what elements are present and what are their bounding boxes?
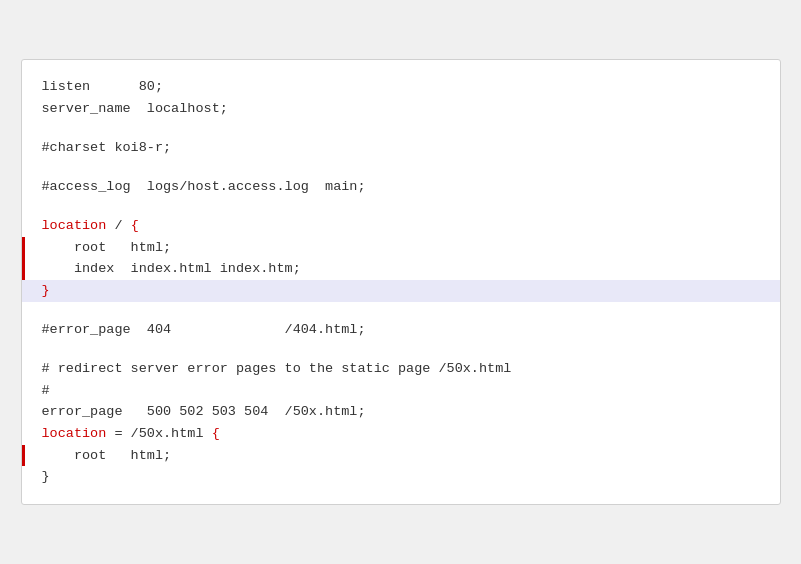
code-line: listen 80; — [22, 76, 780, 98]
indent-bar — [22, 445, 25, 467]
blank-line — [22, 198, 780, 216]
code-line-root: root html; — [22, 237, 780, 259]
code-line-location-open: location / { — [22, 215, 780, 237]
code-line: error_page 500 502 503 504 /50x.html; — [22, 401, 780, 423]
code-line: #access_log logs/host.access.log main; — [22, 176, 780, 198]
code-line-comment: # — [22, 380, 780, 402]
blank-line — [22, 119, 780, 137]
blank-line — [22, 159, 780, 177]
code-text: location = /50x.html { — [42, 423, 220, 445]
code-text: error_page 500 502 503 504 /50x.html; — [42, 401, 366, 423]
code-editor: listen 80; server_name localhost; #chars… — [21, 59, 781, 505]
code-text: index index.html index.htm; — [42, 258, 301, 280]
blank-line — [22, 341, 780, 359]
code-text: # redirect server error pages to the sta… — [42, 358, 512, 380]
indent-bar — [22, 237, 25, 259]
code-line: #charset koi8-r; — [22, 137, 780, 159]
code-line-root2: root html; — [22, 445, 780, 467]
code-line-location-50x: location = /50x.html { — [22, 423, 780, 445]
code-text: #access_log logs/host.access.log main; — [42, 176, 366, 198]
code-text: #error_page 404 /404.html; — [42, 319, 366, 341]
code-text: } — [42, 466, 50, 488]
code-text: } — [42, 280, 50, 302]
code-text: #charset koi8-r; — [42, 137, 172, 159]
code-line: server_name localhost; — [22, 98, 780, 120]
code-text: # — [42, 380, 50, 402]
code-text: root html; — [42, 237, 172, 259]
code-line: #error_page 404 /404.html; — [22, 319, 780, 341]
code-text: location / { — [42, 215, 139, 237]
code-line-close-brace2: } — [22, 466, 780, 488]
code-text: root html; — [42, 445, 172, 467]
code-text: server_name localhost; — [42, 98, 228, 120]
code-text: listen 80; — [42, 76, 164, 98]
code-line-comment: # redirect server error pages to the sta… — [22, 358, 780, 380]
code-line-close-brace: } — [22, 280, 780, 302]
blank-line — [22, 302, 780, 320]
indent-bar — [22, 258, 25, 280]
code-line-index: index index.html index.htm; — [22, 258, 780, 280]
